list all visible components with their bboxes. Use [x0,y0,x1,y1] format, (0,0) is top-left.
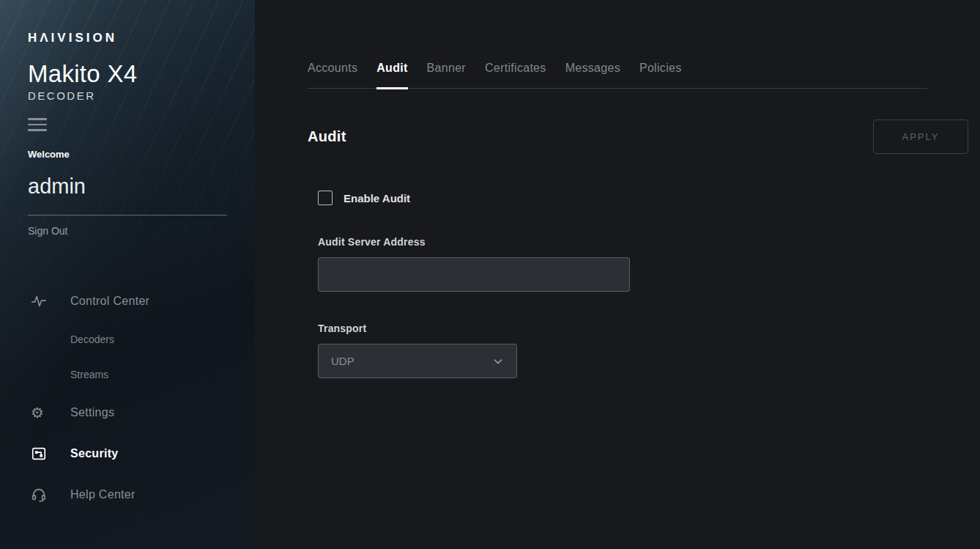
tab-certificates[interactable]: Certificates [485,62,546,88]
audit-server-label: Audit Server Address [318,236,927,248]
apply-button[interactable]: APPLY [873,119,968,154]
enable-audit-label[interactable]: Enable Audit [344,192,410,205]
product-subtitle: DECODER [28,89,255,102]
welcome-label: Welcome [28,149,255,160]
product-name: Makito X4 [28,60,255,88]
sidebar-item-help-center[interactable]: Help Center [28,474,255,515]
tab-policies[interactable]: Policies [639,62,682,88]
sidebar-item-label: Help Center [70,488,136,501]
transport-label: Transport [318,323,927,334]
page-title: Audit [308,128,346,145]
sidebar-item-label: Settings [70,406,114,419]
sidebar-divider [28,215,227,215]
sidebar: HΛIVISION Makito X4 DECODER Welcome admi… [0,0,255,549]
audit-server-input[interactable] [318,257,630,292]
sidebar-item-label: Control Center [70,295,149,308]
transport-selected-value: UDP [331,355,354,367]
security-icon [28,446,70,462]
sidebar-item-security[interactable]: Security [28,433,255,474]
main-content: Accounts Audit Banner Certificates Messa… [255,0,980,549]
sidebar-item-settings[interactable]: ⚙ Settings [28,392,255,433]
transport-select[interactable]: UDP [318,344,517,378]
app-window: HΛIVISION Makito X4 DECODER Welcome admi… [0,0,980,549]
tab-bar: Accounts Audit Banner Certificates Messa… [308,62,927,89]
transport-group: Transport UDP [318,323,927,378]
enable-audit-checkbox[interactable] [318,191,333,205]
gear-icon: ⚙ [28,405,70,420]
hamburger-menu-icon[interactable] [28,118,47,131]
sidebar-nav: Control Center Decoders Streams ⚙ Settin… [28,281,255,515]
tab-messages[interactable]: Messages [565,62,620,88]
enable-audit-row: Enable Audit [318,191,927,205]
headset-icon [28,487,70,503]
tab-banner[interactable]: Banner [427,62,466,88]
audit-server-group: Audit Server Address [318,236,927,292]
sidebar-item-decoders[interactable]: Decoders [28,322,255,357]
haivision-logo: HΛIVISION [28,31,255,45]
sidebar-item-streams[interactable]: Streams [28,357,255,392]
sidebar-item-label: Security [70,447,119,460]
chevron-down-icon [492,355,504,367]
tab-accounts[interactable]: Accounts [308,62,357,88]
username: admin [28,174,255,199]
tab-audit[interactable]: Audit [376,62,407,88]
control-center-icon [28,293,70,309]
page-header: Audit APPLY [308,119,968,154]
audit-form: Enable Audit Audit Server Address Transp… [318,191,927,378]
sidebar-item-control-center[interactable]: Control Center [28,281,255,322]
sign-out-link[interactable]: Sign Out [28,225,255,237]
